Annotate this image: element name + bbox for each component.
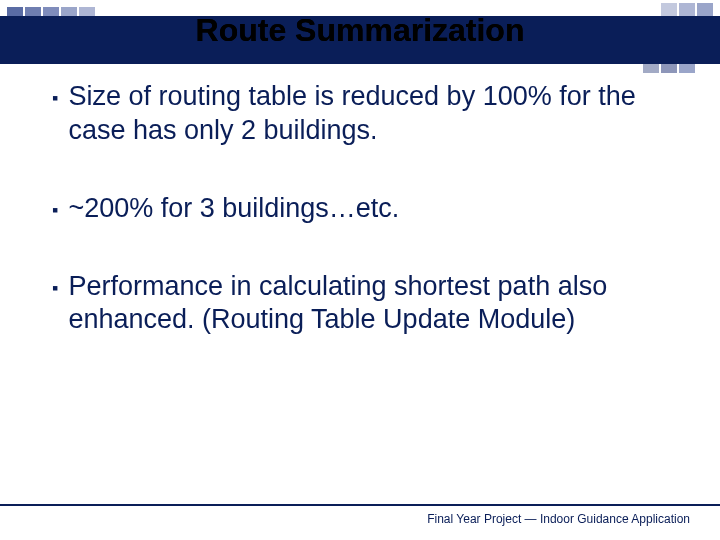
footer-divider bbox=[0, 504, 720, 506]
slide-body: ▪ Size of routing table is reduced by 10… bbox=[52, 80, 680, 381]
bullet-icon: ▪ bbox=[52, 82, 58, 114]
bullet-item: ▪ Size of routing table is reduced by 10… bbox=[52, 80, 680, 148]
bullet-text: Performance in calculating shortest path… bbox=[68, 270, 680, 338]
bullet-icon: ▪ bbox=[52, 272, 58, 304]
bullet-icon: ▪ bbox=[52, 194, 58, 226]
footer-text: Final Year Project — Indoor Guidance App… bbox=[427, 512, 690, 526]
bullet-item: ▪ ~200% for 3 buildings…etc. bbox=[52, 192, 680, 226]
bullet-item: ▪ Performance in calculating shortest pa… bbox=[52, 270, 680, 338]
slide-title: Route Summarization bbox=[0, 12, 720, 49]
bullet-text: Size of routing table is reduced by 100%… bbox=[68, 80, 680, 148]
bullet-text: ~200% for 3 buildings…etc. bbox=[68, 192, 399, 226]
